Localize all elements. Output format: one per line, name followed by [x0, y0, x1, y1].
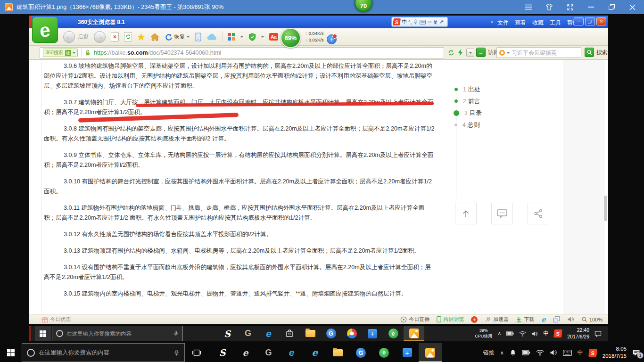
wifi-icon[interactable]	[519, 331, 526, 337]
fullscreen-icon[interactable]	[565, 2, 575, 12]
menu-favorites[interactable]: 收藏	[532, 19, 544, 27]
search-button[interactable]: 搜索	[585, 48, 608, 57]
font-size-button[interactable]: Aa	[269, 33, 278, 41]
app-green-browser[interactable]: e	[372, 343, 396, 362]
mic-icon[interactable]	[173, 349, 180, 357]
page-scrollbar-thumb[interactable]	[604, 196, 607, 221]
ime-punct-toggle[interactable]: °,	[408, 19, 412, 25]
visit-button[interactable]: → 访问	[476, 48, 499, 57]
battery-icon[interactable]	[506, 331, 514, 336]
close-icon[interactable]	[627, 2, 637, 12]
ime-indicator[interactable]: 中	[578, 349, 583, 357]
hot-search-box[interactable]	[496, 47, 581, 58]
theme-shirt-icon[interactable]	[544, 2, 554, 12]
app-image-viewer-active[interactable]	[419, 343, 442, 362]
keyboard-icon[interactable]	[420, 20, 426, 25]
home-icon[interactable]	[150, 33, 159, 41]
add-plugin-icon[interactable]: +	[471, 316, 478, 323]
tray-chevron-icon[interactable]: ∧	[497, 330, 501, 337]
skin-shirt-icon[interactable]	[433, 20, 438, 25]
toc-item-qianyan[interactable]: 2 前言	[454, 95, 510, 107]
app-store[interactable]	[279, 326, 300, 341]
browser-minimize-icon[interactable]: –	[574, 17, 584, 25]
address-dropdown[interactable]	[466, 49, 474, 57]
taskbar-search-input[interactable]	[39, 349, 170, 356]
tray-clock[interactable]: 22:40 2017/6/29	[567, 327, 589, 340]
taskbar-search-input[interactable]	[66, 331, 170, 337]
hot-search-input[interactable]	[512, 49, 578, 56]
taskbar-search-box[interactable]	[52, 326, 183, 341]
tray-chevron-icon[interactable]: ∧	[500, 350, 504, 356]
ime-indicator[interactable]: 中	[543, 329, 549, 337]
menu-icon[interactable]	[523, 2, 534, 12]
browser-restore-icon[interactable]	[585, 17, 595, 25]
task-view-button[interactable]	[185, 343, 208, 362]
layers-icon[interactable]	[553, 316, 560, 323]
menu-file[interactable]: 文件	[497, 19, 509, 27]
menu-view[interactable]: 查看	[515, 19, 526, 27]
app-chrome-ball[interactable]	[341, 326, 362, 341]
mobile-phone-icon[interactable]	[195, 33, 201, 41]
address-bar[interactable]: 360搜索 证 https://baike.so.com/doc/5402374…	[40, 47, 444, 58]
speaker-icon[interactable]	[567, 316, 574, 322]
app-blue-plus[interactable]: +	[396, 343, 419, 362]
favorites-star-icon[interactable]: ★	[137, 32, 145, 42]
speaker-icon[interactable]	[531, 331, 538, 337]
app-file-explorer[interactable]	[300, 326, 321, 341]
back-to-top-button[interactable]	[455, 203, 477, 224]
toolbar-overflow-chevron[interactable]: »	[490, 19, 493, 25]
speed-ball[interactable]: 69%	[281, 28, 301, 48]
app-360-browser[interactable]: G	[321, 326, 341, 341]
bell-icon[interactable]	[510, 349, 516, 356]
refresh-button[interactable]	[124, 32, 132, 41]
daily-live-link[interactable]: 今日直播	[400, 316, 429, 323]
ime-vip-level[interactable]: 15	[427, 20, 431, 24]
app-360-browser[interactable]: G	[349, 343, 372, 362]
cloud-sync-icon[interactable]	[206, 33, 217, 41]
app-blue-plus[interactable]: +	[362, 326, 383, 341]
toc-item-chuchu[interactable]: 1 出处	[454, 83, 510, 95]
sogou-tray-icon[interactable]: S	[588, 349, 597, 357]
app-360-spiral[interactable]: G	[257, 343, 280, 362]
stop-button[interactable]: ×	[111, 32, 119, 41]
app-e-light[interactable]: e	[234, 343, 257, 362]
app-green-browser[interactable]: e	[383, 326, 404, 341]
page-refresh-icon[interactable]	[448, 49, 454, 56]
keyboard-icon[interactable]	[563, 350, 572, 356]
cpu-meter[interactable]: 39% CPU使用	[475, 328, 492, 339]
browser-close-icon[interactable]: ×	[596, 17, 606, 25]
mic-icon[interactable]	[413, 19, 418, 25]
ie-compat-icon[interactable]: e	[541, 315, 546, 324]
toc-item-mulu[interactable]: 3 目录	[454, 107, 510, 119]
chevron-down-icon[interactable]	[261, 36, 264, 39]
app-file-explorer[interactable]	[326, 343, 349, 362]
app-sogou[interactable]: S	[217, 326, 238, 341]
forward-button[interactable]: →	[94, 31, 106, 43]
speaker-icon[interactable]	[550, 349, 557, 356]
browser-360-logo[interactable]: e	[32, 17, 58, 43]
daily-picks-link[interactable]: 今日优选	[41, 316, 71, 323]
comment-button[interactable]	[491, 203, 513, 224]
tray-clock[interactable]: 8:05 2018/7/15	[603, 346, 627, 360]
minimize-icon[interactable]	[586, 2, 596, 12]
app-image-viewer-active[interactable]	[404, 326, 424, 341]
links-toolbar[interactable]: 链接	[483, 349, 495, 357]
search-engine-badge[interactable]: 360搜索 证	[43, 49, 78, 57]
toc-item-zongze[interactable]: 4 总则	[454, 119, 510, 131]
start-button[interactable]	[0, 343, 22, 362]
apps-grid-icon[interactable]	[228, 33, 235, 41]
back-button[interactable]: ←	[63, 31, 75, 43]
app-edge[interactable]: e	[280, 343, 303, 362]
session-restore-button[interactable]: 恢复	[165, 33, 190, 41]
mic-icon[interactable]	[173, 330, 179, 337]
accelerator-link[interactable]: 加速器	[485, 316, 509, 323]
shield-icon[interactable]	[248, 33, 256, 41]
wifi-icon[interactable]	[536, 349, 544, 356]
sogou-ime-icon[interactable]: S	[393, 18, 401, 25]
menu-tools[interactable]: 工具	[550, 19, 561, 27]
app-360-spiral[interactable]: G	[238, 326, 258, 341]
zoom-control[interactable]: 100%	[581, 316, 603, 322]
app-sogou[interactable]: S	[211, 343, 234, 362]
wrench-icon[interactable]	[439, 20, 444, 25]
battery-icon[interactable]	[522, 350, 530, 355]
